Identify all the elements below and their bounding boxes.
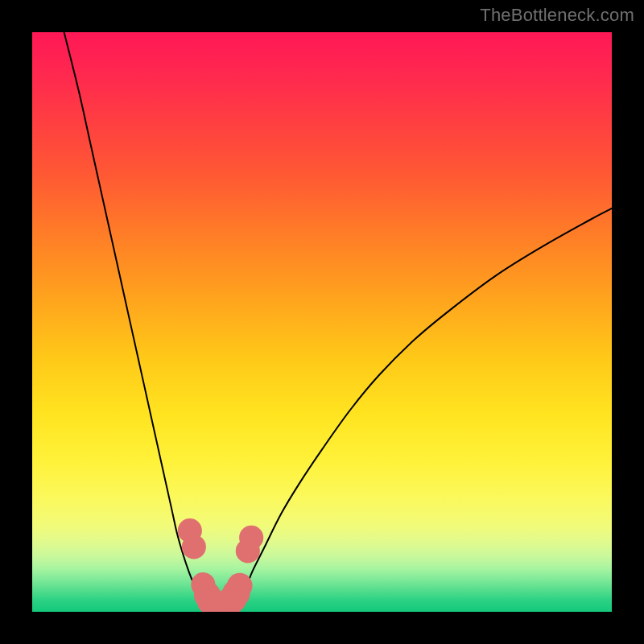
bottleneck-curve <box>32 32 612 612</box>
data-marker <box>182 535 206 559</box>
curve-path <box>64 32 612 609</box>
data-marker <box>239 526 263 550</box>
watermark-text: TheBottleneck.com <box>480 5 634 26</box>
chart-frame: TheBottleneck.com <box>0 0 644 644</box>
data-marker <box>227 573 253 599</box>
plot-area <box>32 32 612 612</box>
